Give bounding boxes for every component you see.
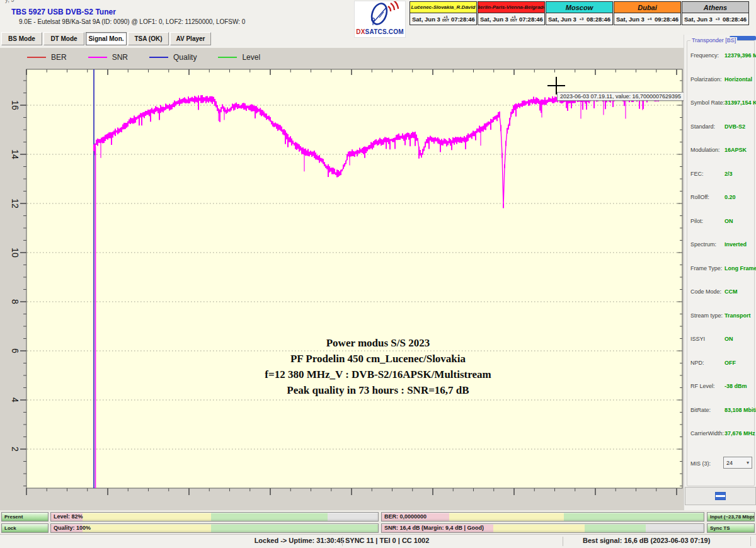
tab-av-player[interactable]: AV Player (170, 32, 211, 45)
transponder-title: Transponder [BS] (690, 37, 737, 43)
tab-bs-mode[interactable]: BS Mode (1, 32, 42, 45)
legend-label-ber: BER (51, 53, 67, 62)
field-standard-: Standard:DVB-S2 (690, 123, 752, 130)
tuner-subtitle: 9.0E - Eutelsat 9B/Ka-Sat 9A (ID: 0090) … (19, 18, 245, 25)
svg-text:16: 16 (10, 100, 20, 110)
clock-tz-offset: +1DST (510, 16, 517, 22)
clock-date: Sat, Jun 3 (480, 16, 508, 23)
bar-lock: Lock (1, 523, 49, 533)
clock-time: 07:28:46 (519, 16, 543, 23)
field-rf-level-: RF Level:-38 dBm (690, 383, 752, 389)
annotation-line-2: PF Prodelin 450 cm_Lucenec/Slovakia (189, 351, 567, 367)
chevron-down-icon: ▾ (747, 460, 749, 465)
status-divider (342, 537, 343, 546)
svg-text:4: 4 (10, 397, 20, 402)
chart-legend: BERSNRQualityLevel (27, 53, 282, 62)
field-code-mode-: Code Mode:CCM (690, 288, 752, 295)
clock-city: Athens (682, 2, 748, 13)
legend-label-level: Level (242, 53, 260, 62)
transponder-sidebar: Transponder [BS] Frequency:12379,396 MHz… (684, 35, 756, 510)
bar-ber: BER: 0,0000000 (381, 512, 704, 522)
legend-line-level (218, 57, 237, 58)
legend-line-ber (27, 57, 46, 58)
clock-city: Lučenec-Slovakia_R.Dávid (410, 2, 476, 13)
bar-input-23-78-mbps-: Input (~23,78 Mbps) (707, 512, 755, 522)
clock-2: Berlin-Paris-Vienna-BelgradeSat, Jun 3+1… (478, 1, 545, 25)
tab-dt-mode[interactable]: DT Mode (43, 32, 84, 45)
clock-1: Lučenec-Slovakia_R.DávidSat, Jun 3+1DST0… (410, 1, 477, 25)
list-icon (715, 492, 726, 500)
bar-sync-ts: Sync TS (707, 523, 755, 533)
field-modulation-: Modulation:16APSK (690, 147, 752, 153)
field-fec-: FEC:2/3 (690, 171, 752, 177)
mis-value: 24 (726, 460, 733, 466)
field-npd-: NPD:OFF (690, 360, 752, 366)
field-stream-type-: Stream type:Transport (690, 312, 752, 319)
clock-date: Sat, Jun 3 (548, 16, 576, 23)
clock-time-row: Sat, Jun 3+308:28:46 (682, 13, 748, 25)
svg-text:10: 10 (10, 248, 20, 258)
clock-date: Sat, Jun 3 (616, 16, 644, 23)
signal-chart-panel: 246810121416 BERSNRQualityLevel Power mo… (0, 48, 684, 510)
legend-label-snr: SNR (112, 53, 128, 62)
snr-chart-plot: 246810121416 (0, 48, 684, 510)
bar-quality: Quality: 100% (50, 523, 379, 533)
mis-select[interactable]: 24 ▾ (723, 457, 752, 469)
status-bar: Locked -> Uptime: 31:30:45 SYNC 11 | TEI… (0, 534, 756, 548)
clock-time-row: Sat, Jun 3+409:28:46 (614, 13, 680, 25)
field-frequency-: Frequency:12379,396 MHz (690, 52, 752, 59)
transport-list-button[interactable] (685, 487, 756, 505)
clock-time: 07:28:46 (451, 16, 475, 23)
mode-tabs: BS ModeDT ModeSignal Mon.TSA (OK)AV Play… (1, 32, 211, 45)
clock-date: Sat, Jun 3 (412, 16, 440, 23)
chart-tooltip: 2023-06-03 07.19.11, value: 16,700000762… (557, 92, 684, 101)
clock-time: 08:28:46 (587, 16, 610, 23)
clock-4: DubaiSat, Jun 3+409:28:46 (614, 1, 681, 25)
dxsatcs-logo: DXSATCS.COM (354, 1, 406, 38)
signal-bars: PresentLevel: 82%BER: 0,0000000Input (~2… (0, 510, 756, 534)
svg-text:6: 6 (10, 348, 20, 353)
field-bitrate-: BitRate:83,108 Mbit/s (690, 407, 752, 413)
clock-city: Moscow (546, 2, 612, 13)
field-spectrum-: Spectrum:Inverted (690, 241, 752, 248)
field-issyi: ISSYION (690, 336, 752, 342)
chart-annotation: Power modus S/S 2023 PF Prodelin 450 cm_… (189, 335, 567, 398)
tab-signal-mon-[interactable]: Signal Mon. (86, 32, 127, 45)
status-best-signal: Best signal: 16,6 dB (2023-06-03 07:19) (583, 537, 710, 544)
field-rolloff-: RollOff:0.20 (690, 194, 752, 200)
clock-time: 09:28:46 (655, 16, 679, 23)
header: y, J TBS 5927 USB DVB-S2 Tuner 9.0E - Eu… (0, 0, 756, 49)
field-carrierwidth-: CarrierWidth:37,676 MHz (690, 430, 752, 437)
tab-tsa-ok-[interactable]: TSA (OK) (128, 32, 169, 45)
clipped-window-caption: y, J (5, 0, 14, 3)
transponder-groupbox: Transponder [BS] Frequency:12379,396 MHz… (687, 40, 755, 486)
logo-text: DXSATCS.COM (355, 28, 405, 35)
legend-label-quality: Quality (173, 53, 197, 62)
app-window: y, J TBS 5927 USB DVB-S2 Tuner 9.0E - Eu… (0, 0, 756, 548)
bar-level: Level: 82% (50, 512, 379, 522)
annotation-line-3: f=12 380 MHz_V : DVB-S2/16APSK/Multistre… (189, 367, 567, 382)
clock-city: Berlin-Paris-Vienna-Belgrade (478, 2, 544, 13)
annotation-line-1: Power modus S/S 2023 (189, 335, 567, 351)
field-polarization-: Polarization:Horizontal (690, 76, 752, 83)
status-divider (563, 537, 563, 546)
clock-time: 08:28:46 (723, 16, 747, 23)
legend-line-snr (88, 57, 107, 58)
status-divider (750, 537, 751, 546)
field-symbol-rate-: Symbol Rate:31397,154 KS/s (690, 100, 752, 106)
clock-tz-offset: +3 (578, 18, 585, 21)
svg-text:12: 12 (10, 198, 20, 208)
clock-city: Dubai (614, 2, 680, 13)
mis-label: MIS (3): (690, 460, 711, 467)
svg-text:8: 8 (10, 299, 20, 304)
bar-snr: SNR: 16,4 dB (Margin: 9,4 dB | Good) (381, 523, 704, 533)
clock-time-row: Sat, Jun 3+1DST07:28:46 (478, 13, 544, 25)
svg-text:2: 2 (10, 447, 20, 452)
satellite-dish-icon (356, 1, 404, 28)
world-clocks: Lučenec-Slovakia_R.DávidSat, Jun 3+1DST0… (410, 1, 750, 25)
clock-tz-offset: +4 (646, 18, 653, 21)
clock-date: Sat, Jun 3 (684, 16, 713, 23)
legend-line-quality (149, 57, 168, 58)
tuner-title: TBS 5927 USB DVB-S2 Tuner (11, 8, 116, 16)
field-pilot-: Pilot:ON (690, 218, 752, 224)
